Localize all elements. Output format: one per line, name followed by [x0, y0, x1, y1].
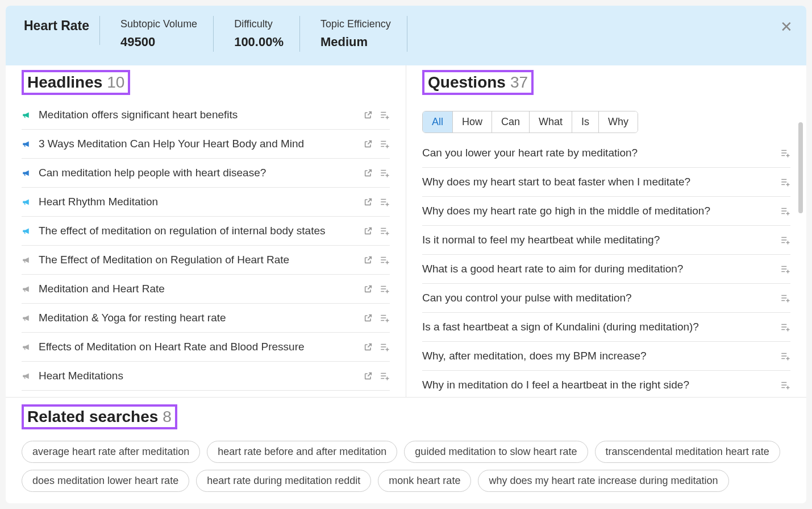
megaphone-icon: [22, 342, 32, 352]
related-pill[interactable]: average heart rate after meditation: [22, 441, 200, 463]
questions-title-highlight: Questions 37: [422, 70, 534, 95]
headlines-column: Headlines 10 Meditation offers significa…: [6, 65, 406, 397]
headlines-title: Headlines: [27, 73, 102, 92]
question-text: Can you control your pulse with meditati…: [422, 292, 773, 304]
related-pills: average heart rate after meditationheart…: [22, 441, 790, 492]
metric-label: Topic Efficiency: [320, 18, 391, 30]
questions-list: Can you lower your heart rate by meditat…: [422, 139, 790, 397]
question-row[interactable]: Why does my heart rate go high in the mi…: [422, 197, 790, 226]
external-link-icon[interactable]: [364, 139, 373, 148]
external-link-icon[interactable]: [364, 371, 373, 380]
filter-tab-all[interactable]: All: [423, 111, 453, 133]
question-text: Why in meditation do I feel a heartbeat …: [422, 379, 773, 391]
metric-difficulty: Difficulty 100.00%: [234, 16, 300, 52]
filter-tab-why[interactable]: Why: [599, 111, 638, 133]
add-to-list-icon[interactable]: [380, 226, 390, 236]
headline-text: 3 Ways Meditation Can Help Your Heart Bo…: [39, 138, 357, 150]
question-filter-tabs: AllHowCanWhatIsWhy: [422, 111, 638, 133]
related-count: 8: [163, 408, 172, 426]
related-pill[interactable]: does meditation lower heart rate: [22, 470, 189, 492]
metric-value: Medium: [320, 35, 391, 49]
headlines-title-highlight: Headlines 10: [22, 70, 130, 95]
external-link-icon[interactable]: [364, 197, 373, 206]
add-to-list-icon[interactable]: [380, 197, 390, 207]
headline-text: Can meditation help people with heart di…: [39, 167, 357, 179]
filter-tab-what[interactable]: What: [530, 111, 572, 133]
question-text: Can you lower your heart rate by meditat…: [422, 147, 773, 159]
megaphone-icon: [22, 284, 32, 294]
external-link-icon[interactable]: [364, 284, 373, 293]
headline-row[interactable]: Can meditation help people with heart di…: [22, 159, 390, 188]
add-to-list-icon[interactable]: [780, 380, 790, 390]
external-link-icon[interactable]: [364, 255, 373, 264]
question-text: Why, after meditation, does my BPM incre…: [422, 350, 773, 362]
headline-row[interactable]: 3 Ways Meditation Can Help Your Heart Bo…: [22, 130, 390, 159]
megaphone-icon: [22, 226, 32, 236]
external-link-icon[interactable]: [364, 313, 373, 322]
question-row[interactable]: Why in meditation do I feel a heartbeat …: [422, 371, 790, 397]
question-row[interactable]: Is it normal to feel my heartbeat while …: [422, 226, 790, 255]
headline-row[interactable]: Heart Rhythm Meditation: [22, 188, 390, 217]
external-link-icon[interactable]: [364, 110, 373, 119]
related-pill[interactable]: guided meditation to slow heart rate: [404, 441, 588, 463]
question-row[interactable]: Can you control your pulse with meditati…: [422, 284, 790, 313]
headline-row[interactable]: Meditation & Yoga for resting heart rate: [22, 304, 390, 333]
filter-tab-can[interactable]: Can: [492, 111, 530, 133]
add-to-list-icon[interactable]: [780, 351, 790, 361]
headline-text: Heart Meditations: [39, 370, 357, 382]
add-to-list-icon[interactable]: [380, 168, 390, 178]
question-text: What is a good heart rate to aim for dur…: [422, 263, 773, 275]
headline-text: Heart Rhythm Meditation: [39, 196, 357, 208]
add-to-list-icon[interactable]: [380, 371, 390, 381]
headline-row[interactable]: Meditation and Heart Rate: [22, 275, 390, 304]
question-row[interactable]: What is a good heart rate to aim for dur…: [422, 255, 790, 284]
external-link-icon[interactable]: [364, 226, 373, 235]
related-title-highlight: Related searches 8: [22, 404, 177, 429]
filter-tab-how[interactable]: How: [453, 111, 492, 133]
add-to-list-icon[interactable]: [780, 264, 790, 274]
add-to-list-icon[interactable]: [780, 322, 790, 332]
add-to-list-icon[interactable]: [380, 139, 390, 149]
headline-row[interactable]: Effects of Meditation on Heart Rate and …: [22, 333, 390, 362]
external-link-icon[interactable]: [364, 342, 373, 351]
headlines-list: Meditation offers significant heart bene…: [22, 101, 390, 391]
filter-tab-is[interactable]: Is: [572, 111, 599, 133]
headline-row[interactable]: The effect of meditation on regulation o…: [22, 217, 390, 246]
question-row[interactable]: Why, after meditation, does my BPM incre…: [422, 342, 790, 371]
add-to-list-icon[interactable]: [380, 255, 390, 265]
megaphone-icon: [22, 371, 32, 381]
add-to-list-icon[interactable]: [380, 342, 390, 352]
related-pill[interactable]: transcendental meditation heart rate: [595, 441, 780, 463]
metric-label: Difficulty: [234, 18, 284, 30]
close-icon[interactable]: ✕: [780, 19, 793, 34]
related-pill[interactable]: heart rate during meditation reddit: [196, 470, 371, 492]
questions-count: 37: [510, 73, 528, 92]
add-to-list-icon[interactable]: [780, 148, 790, 158]
related-pill[interactable]: why does my heart rate increase during m…: [478, 470, 728, 492]
add-to-list-icon[interactable]: [780, 235, 790, 245]
question-text: Why does my heart start to beat faster w…: [422, 176, 773, 188]
question-row[interactable]: Can you lower your heart rate by meditat…: [422, 139, 790, 168]
add-to-list-icon[interactable]: [780, 206, 790, 216]
question-row[interactable]: Is a fast heartbeat a sign of Kundalini …: [422, 313, 790, 342]
content-area: Headlines 10 Meditation offers significa…: [6, 65, 806, 397]
metric-topic-efficiency: Topic Efficiency Medium: [320, 16, 407, 52]
questions-column: Questions 37 AllHowCanWhatIsWhy Can you …: [406, 65, 806, 397]
related-pill[interactable]: heart rate before and after meditation: [207, 441, 397, 463]
add-to-list-icon[interactable]: [780, 293, 790, 303]
related-pill[interactable]: monk heart rate: [378, 470, 471, 492]
add-to-list-icon[interactable]: [780, 177, 790, 187]
metric-value: 100.00%: [234, 35, 284, 49]
headline-row[interactable]: Heart Meditations: [22, 362, 390, 391]
headline-row[interactable]: The Effect of Meditation on Regulation o…: [22, 246, 390, 275]
external-link-icon[interactable]: [364, 168, 373, 177]
scrollbar-thumb[interactable]: [798, 122, 803, 213]
megaphone-icon: [22, 197, 32, 207]
metric-value: 49500: [120, 35, 197, 49]
headline-row[interactable]: Meditation offers significant heart bene…: [22, 101, 390, 130]
add-to-list-icon[interactable]: [380, 284, 390, 294]
add-to-list-icon[interactable]: [380, 313, 390, 323]
add-to-list-icon[interactable]: [380, 110, 390, 120]
megaphone-icon: [22, 110, 32, 120]
question-row[interactable]: Why does my heart start to beat faster w…: [422, 168, 790, 197]
